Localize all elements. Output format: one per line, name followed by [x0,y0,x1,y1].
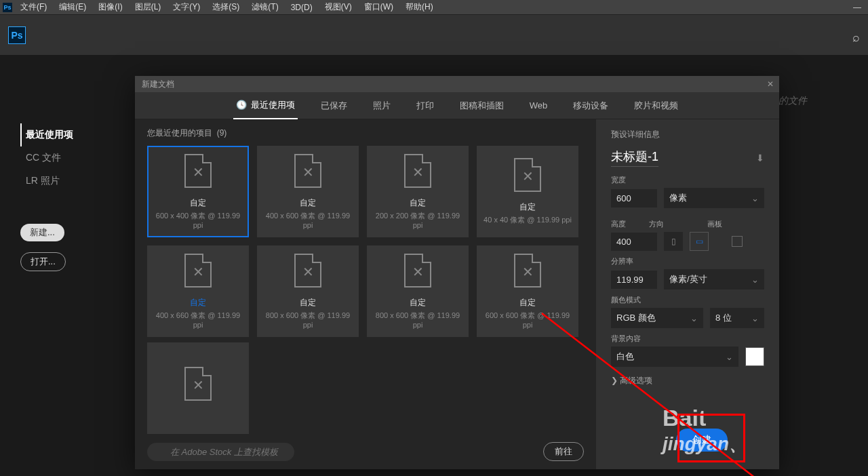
ps-logo: Ps [8,26,26,44]
card-meta: 600 x 400 像素 @ 119.99 ppi [151,211,245,229]
background-label: 背景内容 [611,334,764,344]
ps-mini-logo: Ps [3,3,12,12]
bitdepth-select[interactable]: 8 位 [710,308,764,328]
card-meta: 40 x 40 像素 @ 119.99 ppi [484,215,572,225]
preset-card[interactable]: 自定600 x 400 像素 @ 119.99 ppi [147,146,249,237]
preset-card[interactable]: 自定800 x 600 像素 @ 119.99 ppi [367,245,469,337]
tab-photo[interactable]: 照片 [370,93,393,119]
menu-3d[interactable]: 3D(D) [285,3,318,12]
card-name: 自定 [300,197,316,209]
sidebar-recent[interactable]: 最近使用项 [20,123,129,146]
width-label: 宽度 [611,175,764,185]
orientation-landscape[interactable]: ▭ [690,232,709,251]
preset-card[interactable]: 自定800 x 600 像素 @ 119.99 ppi [257,245,359,337]
menu-edit[interactable]: 编辑(E) [54,1,92,13]
card-name: 自定 [410,297,426,309]
preset-details-panel: 预设详细信息 未标题-1 ⬇ 宽度 像素 高度 方向 画板 ▯ ▭ [596,119,779,469]
card-meta: 400 x 600 像素 @ 119.99 ppi [260,211,355,229]
tab-print[interactable]: 打印 [414,93,437,119]
preset-card[interactable]: 自定400 x 600 像素 @ 119.99 ppi [257,146,359,237]
card-name: 自定 [300,297,316,309]
tab-art[interactable]: 图稿和插图 [457,93,507,119]
import-preset-icon[interactable]: ⬇ [756,153,764,163]
panel-title: 预设详细信息 [611,129,764,140]
create-button[interactable]: 创建 [676,429,728,452]
stock-search-input[interactable] [147,443,294,461]
sidebar-lr-photos[interactable]: LR 照片 [20,170,129,193]
search-icon[interactable]: ⌕ [852,31,860,45]
document-name-input[interactable]: 未标题-1 [611,148,658,167]
open-button[interactable]: 打开... [20,252,66,271]
width-unit-select[interactable]: 像素 [664,188,764,208]
toolbar: Ps [0,15,868,56]
tab-film[interactable]: 胶片和视频 [631,93,681,119]
orientation-portrait[interactable]: ▯ [664,232,683,251]
card-meta: 600 x 600 像素 @ 119.99 ppi [480,311,575,329]
card-name: 自定 [519,297,536,309]
artboard-label: 画板 [707,219,722,229]
preset-card[interactable]: 自定600 x 600 像素 @ 119.99 ppi [477,245,578,337]
menu-file[interactable]: 文件(F) [15,1,52,13]
width-input[interactable] [611,189,657,207]
menu-layer[interactable]: 图层(L) [130,1,167,13]
dialog-tabs: 🕓 最近使用项 已保存 照片 打印 图稿和插图 Web 移动设备 胶片和视频 [135,92,779,119]
background-text: 的文件 [778,95,807,107]
card-name: 自定 [190,197,206,209]
menu-help[interactable]: 帮助(H) [400,1,439,13]
dialog-title: 新建文档 [142,79,174,90]
menu-window[interactable]: 窗口(W) [359,1,399,13]
new-document-dialog: 新建文档 ✕ 🕓 最近使用项 已保存 照片 打印 图稿和插图 Web 移动设备 … [135,76,779,469]
colormode-label: 颜色模式 [611,295,764,305]
colormode-select[interactable]: RGB 颜色 [611,308,703,328]
resolution-input[interactable] [611,271,657,289]
recent-items-label: 您最近使用的项目 (9) [147,127,584,139]
tab-saved[interactable]: 已保存 [318,93,350,119]
card-meta: 400 x 660 像素 @ 119.99 ppi [151,311,245,329]
tab-web[interactable]: Web [527,94,551,117]
tab-recent-label: 最近使用项 [251,99,295,111]
menubar: 文件(F) 编辑(E) 图像(I) 图层(L) 文字(Y) 选择(S) 滤镜(T… [0,0,868,15]
card-meta: 800 x 600 像素 @ 119.99 ppi [370,311,465,329]
window-minimize[interactable]: — [853,3,863,12]
clock-icon: 🕓 [236,100,247,110]
card-name: 自定 [190,297,206,309]
sidebar-cc-files[interactable]: CC 文件 [20,146,129,170]
go-button[interactable]: 前往 [543,442,584,461]
tab-recent[interactable]: 🕓 最近使用项 [233,92,298,120]
card-name: 自定 [519,201,536,213]
home-sidebar: 最近使用项 CC 文件 LR 照片 新建... 打开... [0,56,129,476]
card-meta: 200 x 200 像素 @ 119.99 ppi [370,211,465,229]
artboard-checkbox[interactable] [732,236,743,247]
menu-type[interactable]: 文字(Y) [167,1,205,13]
card-meta: 800 x 600 像素 @ 119.99 ppi [260,311,355,329]
background-color-swatch[interactable] [745,347,764,366]
orientation-label: 方向 [649,219,664,229]
close-icon[interactable]: ✕ [767,79,774,89]
menu-view[interactable]: 视图(V) [319,1,357,13]
card-name: 自定 [410,197,426,209]
preset-card[interactable] [147,342,249,434]
menu-filter[interactable]: 滤镜(T) [246,1,283,13]
preset-card[interactable]: 自定200 x 200 像素 @ 119.99 ppi [367,146,469,237]
menu-select[interactable]: 选择(S) [207,1,245,13]
preset-card[interactable]: 自定400 x 660 像素 @ 119.99 ppi [147,245,249,337]
new-button[interactable]: 新建... [20,224,64,241]
resolution-unit-select[interactable]: 像素/英寸 [664,269,764,290]
preset-card[interactable]: 自定40 x 40 像素 @ 119.99 ppi [477,146,578,237]
advanced-options-toggle[interactable]: ❯ 高级选项 [611,375,764,386]
menu-image[interactable]: 图像(I) [93,1,127,13]
height-input[interactable] [611,233,657,251]
tab-mobile[interactable]: 移动设备 [570,93,611,119]
resolution-label: 分辨率 [611,256,764,266]
background-select[interactable]: 白色 [611,346,738,367]
height-label: 高度 [611,219,626,229]
